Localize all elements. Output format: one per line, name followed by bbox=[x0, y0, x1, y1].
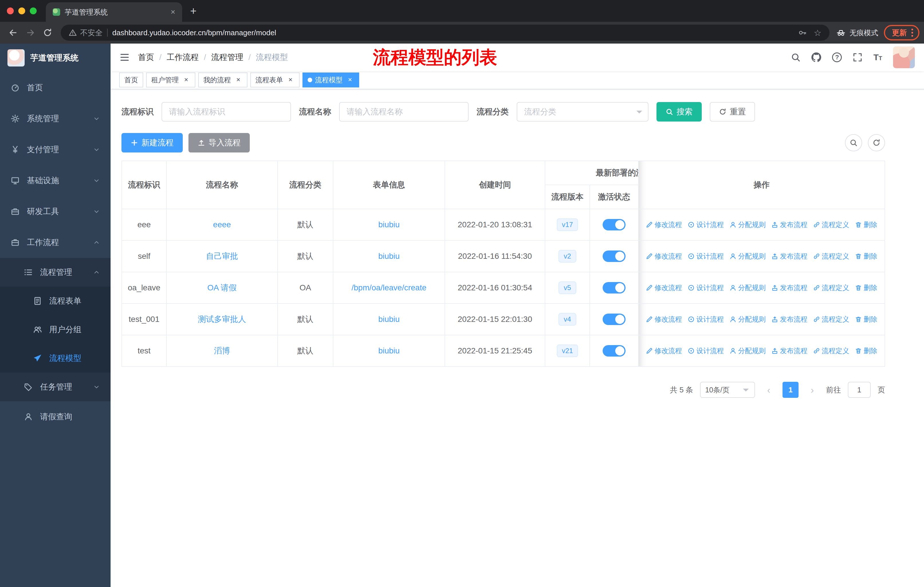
page-size-select[interactable]: 10条/页 bbox=[700, 382, 755, 398]
action-发布流程[interactable]: 发布流程 bbox=[771, 283, 807, 293]
action-修改流程[interactable]: 修改流程 bbox=[646, 315, 682, 324]
address-bar[interactable]: 不安全 dashboard.yudao.iocoder.cn/bpm/manag… bbox=[61, 25, 830, 41]
action-删除[interactable]: 删除 bbox=[855, 346, 877, 356]
process-name-link[interactable]: OA 请假 bbox=[207, 283, 237, 292]
sidebar-item-流程管理[interactable]: 流程管理 bbox=[0, 258, 111, 287]
sidebar-item-研发工具[interactable]: 研发工具 bbox=[0, 196, 111, 227]
sidebar-item-系统管理[interactable]: 系统管理 bbox=[0, 103, 111, 134]
action-流程定义[interactable]: 流程定义 bbox=[813, 220, 849, 229]
sidebar-item-支付管理[interactable]: 支付管理 bbox=[0, 134, 111, 165]
action-分配规则[interactable]: 分配规则 bbox=[729, 220, 766, 229]
form-info-link[interactable]: biubiu bbox=[378, 346, 400, 355]
search-icon[interactable] bbox=[791, 53, 800, 62]
action-删除[interactable]: 删除 bbox=[855, 283, 877, 293]
sidebar-item-流程表单[interactable]: 流程表单 bbox=[0, 287, 111, 315]
sidebar-item-请假查询[interactable]: 请假查询 bbox=[0, 401, 111, 432]
app-logo[interactable]: 芋道管理系统 bbox=[0, 43, 111, 72]
import-process-button[interactable]: 导入流程 bbox=[188, 133, 250, 152]
github-icon[interactable] bbox=[812, 53, 821, 62]
process-name-link[interactable]: eeee bbox=[213, 220, 231, 229]
tag-我的流程[interactable]: 我的流程× bbox=[198, 73, 248, 88]
action-设计流程[interactable]: 设计流程 bbox=[688, 346, 724, 356]
status-toggle[interactable] bbox=[602, 345, 625, 357]
breadcrumb-process-management[interactable]: 流程管理 bbox=[211, 52, 243, 63]
maximize-window-button[interactable] bbox=[30, 7, 37, 14]
reload-icon[interactable] bbox=[39, 24, 56, 41]
action-设计流程[interactable]: 设计流程 bbox=[688, 251, 724, 261]
form-info-link[interactable]: biubiu bbox=[378, 315, 400, 324]
tag-流程表单[interactable]: 流程表单× bbox=[250, 73, 300, 88]
close-window-button[interactable] bbox=[7, 7, 14, 14]
status-toggle[interactable] bbox=[602, 251, 625, 262]
reset-button[interactable]: 重置 bbox=[710, 102, 755, 122]
form-info-link[interactable]: /bpm/oa/leave/create bbox=[351, 283, 426, 292]
action-发布流程[interactable]: 发布流程 bbox=[771, 315, 807, 324]
process-name-link[interactable]: 滔博 bbox=[214, 346, 230, 355]
user-avatar[interactable] bbox=[893, 46, 915, 68]
action-分配规则[interactable]: 分配规则 bbox=[729, 315, 766, 324]
sidebar-item-工作流程[interactable]: 工作流程 bbox=[0, 227, 111, 258]
sidebar-item-流程模型[interactable]: 流程模型 bbox=[0, 344, 111, 373]
status-toggle[interactable] bbox=[602, 282, 625, 293]
next-page-button[interactable]: › bbox=[805, 382, 819, 398]
refresh-table-button[interactable] bbox=[868, 134, 885, 151]
action-发布流程[interactable]: 发布流程 bbox=[771, 346, 807, 356]
tag-close-icon[interactable]: × bbox=[346, 76, 354, 84]
tag-流程模型[interactable]: 流程模型× bbox=[302, 73, 359, 88]
menu-dots-icon[interactable] bbox=[911, 29, 913, 37]
tag-close-icon[interactable]: × bbox=[182, 76, 190, 84]
action-设计流程[interactable]: 设计流程 bbox=[688, 283, 724, 293]
minimize-window-button[interactable] bbox=[18, 7, 25, 14]
fullscreen-icon[interactable] bbox=[853, 53, 863, 62]
sidebar-item-基础设施[interactable]: 基础设施 bbox=[0, 165, 111, 196]
browser-update-button[interactable]: 更新 bbox=[884, 25, 919, 40]
action-分配规则[interactable]: 分配规则 bbox=[729, 251, 766, 261]
page-number-1[interactable]: 1 bbox=[782, 382, 799, 398]
status-toggle[interactable] bbox=[602, 219, 625, 230]
tag-close-icon[interactable]: × bbox=[286, 76, 294, 84]
action-删除[interactable]: 删除 bbox=[855, 315, 877, 324]
goto-page-input[interactable] bbox=[848, 382, 871, 398]
breadcrumb-home[interactable]: 首页 bbox=[138, 52, 154, 63]
action-发布流程[interactable]: 发布流程 bbox=[771, 251, 807, 261]
action-流程定义[interactable]: 流程定义 bbox=[813, 346, 849, 356]
hamburger-icon[interactable] bbox=[120, 53, 129, 62]
action-设计流程[interactable]: 设计流程 bbox=[688, 315, 724, 324]
status-toggle[interactable] bbox=[602, 314, 625, 325]
breadcrumb-workflow[interactable]: 工作流程 bbox=[167, 52, 199, 63]
action-修改流程[interactable]: 修改流程 bbox=[646, 283, 682, 293]
action-分配规则[interactable]: 分配规则 bbox=[729, 283, 766, 293]
action-修改流程[interactable]: 修改流程 bbox=[646, 346, 682, 356]
action-设计流程[interactable]: 设计流程 bbox=[688, 220, 724, 229]
action-流程定义[interactable]: 流程定义 bbox=[813, 283, 849, 293]
security-indicator[interactable]: 不安全 bbox=[69, 28, 102, 38]
forward-icon[interactable] bbox=[22, 24, 39, 41]
action-删除[interactable]: 删除 bbox=[855, 251, 877, 261]
prev-page-button[interactable]: ‹ bbox=[762, 382, 776, 398]
process-name-link[interactable]: 自己审批 bbox=[206, 251, 238, 261]
tag-租户管理[interactable]: 租户管理× bbox=[146, 73, 195, 88]
action-流程定义[interactable]: 流程定义 bbox=[813, 315, 849, 324]
action-流程定义[interactable]: 流程定义 bbox=[813, 251, 849, 261]
process-key-input[interactable] bbox=[162, 102, 291, 122]
action-修改流程[interactable]: 修改流程 bbox=[646, 220, 682, 229]
action-分配规则[interactable]: 分配规则 bbox=[729, 346, 766, 356]
create-process-button[interactable]: 新建流程 bbox=[121, 133, 183, 152]
bookmark-star-icon[interactable]: ☆ bbox=[814, 28, 822, 38]
action-修改流程[interactable]: 修改流程 bbox=[646, 251, 682, 261]
tag-close-icon[interactable]: × bbox=[234, 76, 242, 84]
tab-close-icon[interactable]: × bbox=[171, 7, 175, 17]
form-info-link[interactable]: biubiu bbox=[378, 220, 400, 229]
toggle-search-button[interactable] bbox=[845, 134, 862, 151]
sidebar-item-用户分组[interactable]: 用户分组 bbox=[0, 315, 111, 344]
help-icon[interactable]: ? bbox=[832, 53, 842, 62]
new-tab-button[interactable]: + bbox=[190, 5, 196, 17]
sidebar-item-首页[interactable]: 首页 bbox=[0, 72, 111, 103]
form-info-link[interactable]: biubiu bbox=[378, 251, 400, 261]
process-name-input[interactable] bbox=[339, 102, 469, 122]
category-select[interactable]: 流程分类 bbox=[517, 102, 648, 122]
process-name-link[interactable]: 测试多审批人 bbox=[198, 315, 246, 324]
sidebar-item-任务管理[interactable]: 任务管理 bbox=[0, 373, 111, 401]
font-size-icon[interactable]: TT bbox=[873, 53, 882, 62]
search-button[interactable]: 搜索 bbox=[657, 102, 702, 122]
